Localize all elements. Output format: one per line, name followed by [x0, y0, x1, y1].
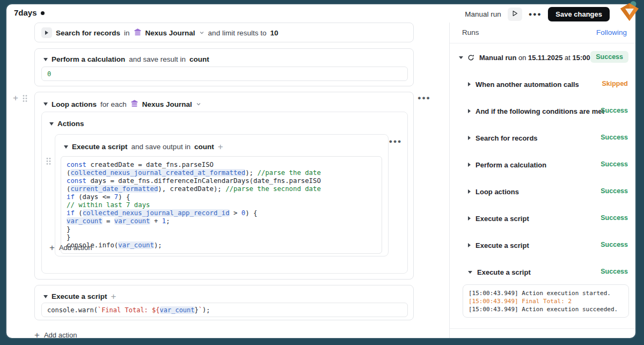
- run-item-step[interactable]: Execute a script: [468, 239, 529, 251]
- run-item-label: Loop actions: [475, 188, 519, 196]
- run-item-label: Manual run on 15.11.2025 at 15:00:43: [479, 54, 601, 62]
- code-token: );: [202, 306, 210, 314]
- add-action-button-bottom[interactable]: + Add action: [34, 331, 77, 338]
- variable-token: var_count: [114, 217, 150, 225]
- run-item-step[interactable]: And if the following conditions are met: [468, 105, 604, 117]
- code-token: }: [195, 306, 199, 314]
- run-title-part: 15.11.2025: [528, 54, 562, 62]
- triangle-down-icon[interactable]: [459, 56, 463, 59]
- status-success: Success: [601, 107, 628, 114]
- code-token: days = date_fns.differenceInCalendarDays…: [86, 177, 321, 185]
- log-line-info: [15:00:43.949] Action execution succeede…: [469, 305, 623, 313]
- step-action-label: Perform a calculation: [52, 55, 125, 63]
- add-action-button-loop[interactable]: + Add action: [49, 243, 92, 252]
- step-action-label: Execute a script: [72, 143, 128, 151]
- triangle-right-icon[interactable]: [468, 163, 471, 167]
- step-card-execute-script-final[interactable]: Execute a script + console.warn(`Final T…: [34, 285, 414, 320]
- variable-token: current_date_formatted: [70, 185, 158, 193]
- run-item-step[interactable]: Perform a calculation: [468, 159, 546, 171]
- run-item-root[interactable]: Manual run on 15.11.2025 at 15:00:43: [459, 52, 601, 63]
- code-token: }: [67, 233, 70, 241]
- code-token: `Final Total: ${: [98, 306, 160, 314]
- triangle-down-icon[interactable]: [43, 295, 48, 298]
- variable-token: var_count: [118, 241, 154, 249]
- code-token: );: [245, 169, 257, 177]
- code-token: if: [67, 209, 75, 217]
- loop-actions-container: Actions ●●● Execute a script and save ou…: [41, 112, 408, 274]
- triangle-right-icon[interactable]: [468, 136, 471, 140]
- triangle-right-icon[interactable]: [468, 216, 471, 221]
- status-success: Success: [590, 51, 628, 63]
- loop-card-more-button[interactable]: ●●●: [418, 94, 430, 101]
- limit-value: 10: [270, 29, 278, 37]
- code-line: if (collected_nexus_journal_app_record_i…: [67, 209, 376, 217]
- code-token: =: [103, 217, 114, 225]
- triangle-down-icon[interactable]: [64, 145, 68, 149]
- exec-card-more-button[interactable]: ●●●: [389, 138, 402, 144]
- run-item-step[interactable]: When another automation calls: [468, 78, 579, 90]
- run-item-step[interactable]: Search for records: [468, 132, 538, 144]
- runs-header-divider: [450, 43, 635, 43]
- code-token: `: [199, 306, 202, 314]
- add-step-icon[interactable]: +: [13, 93, 18, 102]
- workspace-avatar-icon[interactable]: [618, 1, 641, 22]
- code-token: if: [67, 193, 75, 201]
- status-success: Success: [601, 214, 628, 222]
- variable-token: var_count: [160, 306, 195, 314]
- variable-token: collected_nexus_journal_created_at_forma…: [70, 169, 245, 177]
- log-line-warn: [15:00:43.949] Final Total: 2: [469, 297, 623, 305]
- drag-handle-icon[interactable]: [46, 157, 51, 167]
- expand-toggle-collapsed[interactable]: [41, 27, 52, 38]
- script-editor[interactable]: const createdDate = date_fns.parseISO(co…: [61, 156, 382, 254]
- step-card-loop-actions[interactable]: Loop actions for each Nexus Journal Acti…: [34, 92, 414, 280]
- code-token: ) {: [245, 209, 257, 217]
- run-button[interactable]: [508, 8, 522, 21]
- triangle-right-icon[interactable]: [468, 82, 471, 86]
- run-item-label: And if the following conditions are met: [475, 107, 604, 115]
- triangle-right-icon[interactable]: [468, 189, 471, 194]
- step-card-execute-script-loop[interactable]: Execute a script and save output in coun…: [55, 134, 389, 256]
- chevron-down-icon[interactable]: [196, 100, 201, 108]
- triangle-down-icon[interactable]: [43, 58, 48, 61]
- connector-text: and save output in: [131, 143, 191, 151]
- add-output-icon[interactable]: +: [218, 142, 223, 151]
- step-action-label: Search for records: [56, 29, 120, 37]
- journal-object-icon: [134, 28, 142, 38]
- connector-text: for each: [100, 100, 127, 108]
- triangle-down-icon[interactable]: [49, 122, 54, 126]
- calculation-input[interactable]: 0: [41, 67, 408, 81]
- add-output-icon[interactable]: +: [111, 292, 116, 301]
- run-item-step[interactable]: Loop actions: [468, 186, 519, 197]
- run-item-label: Execute a script: [477, 268, 531, 276]
- code-token: >: [230, 209, 241, 217]
- triangle-down-icon[interactable]: [468, 271, 472, 274]
- runs-bottom-divider: [450, 328, 635, 329]
- following-link[interactable]: Following: [596, 28, 627, 36]
- add-action-label: Add action: [59, 244, 92, 252]
- code-line: (collected_nexus_journal_created_at_form…: [67, 169, 376, 177]
- step-card-search-for-records[interactable]: Search for records in Nexus Journal and …: [34, 23, 414, 42]
- script-editor-final[interactable]: console.warn(`Final Total: ${var_count}`…: [41, 303, 408, 317]
- connector-text: and save result in: [129, 55, 186, 63]
- variable-token: var_count: [67, 217, 103, 225]
- code-line: }: [67, 225, 376, 233]
- code-token: // within last 7 days: [67, 201, 150, 209]
- actions-section-label: Actions: [57, 120, 84, 128]
- save-changes-button[interactable]: Save changes: [548, 7, 610, 21]
- object-name: Nexus Journal: [145, 29, 195, 37]
- status-success: Success: [601, 268, 628, 275]
- run-item-step[interactable]: Execute a script: [468, 266, 531, 278]
- more-options-button[interactable]: ●●●: [529, 11, 541, 17]
- code-line: const days = date_fns.differenceInCalend…: [67, 177, 376, 185]
- chevron-down-icon[interactable]: [199, 29, 204, 37]
- run-item-label: Search for records: [475, 134, 538, 142]
- code-token: createdDate = date_fns.parseISO: [86, 161, 214, 168]
- status-success: Success: [601, 187, 628, 195]
- run-item-step[interactable]: Execute a script: [468, 212, 529, 224]
- triangle-down-icon[interactable]: [43, 102, 48, 106]
- step-card-perform-calculation[interactable]: Perform a calculation and save result in…: [34, 48, 414, 86]
- triangle-right-icon[interactable]: [468, 109, 471, 113]
- triangle-right-icon[interactable]: [468, 243, 471, 247]
- runs-panel-title: Runs: [462, 28, 479, 36]
- drag-handle-icon[interactable]: [23, 94, 27, 105]
